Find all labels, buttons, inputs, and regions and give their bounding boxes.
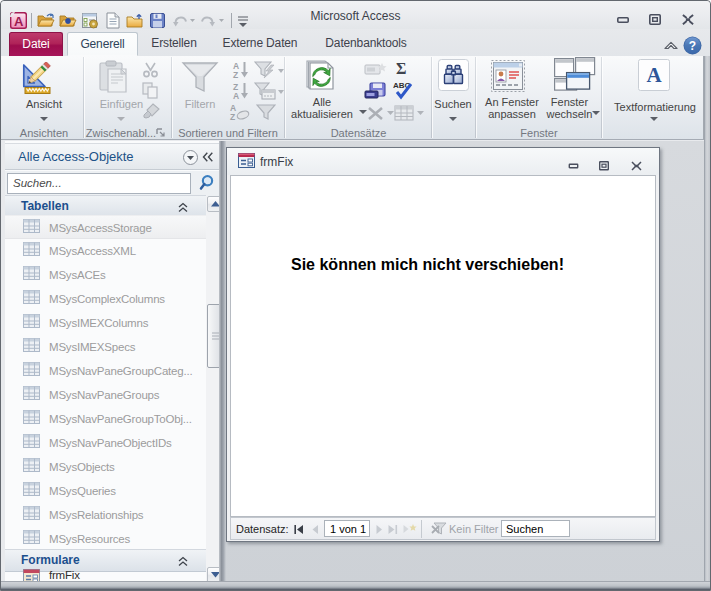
svg-text:Z: Z [233,70,238,79]
svg-text:Z: Z [230,112,235,121]
svg-text:A: A [646,63,662,87]
svg-text:?: ? [689,39,696,53]
svg-text:A: A [14,14,24,29]
svg-text:Σ: Σ [396,60,406,77]
svg-text:A: A [233,91,239,100]
